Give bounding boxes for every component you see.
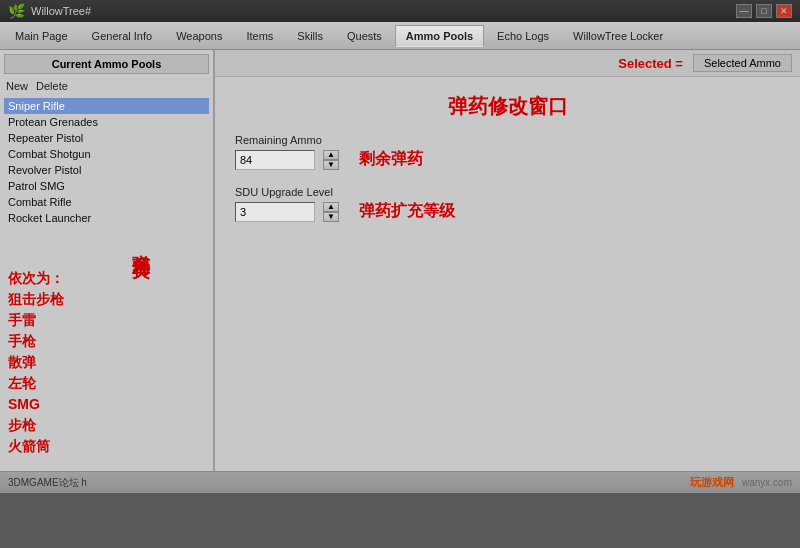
selected-ammo-tab[interactable]: Selected Ammo <box>693 54 792 72</box>
remaining-ammo-up[interactable]: ▲ <box>323 150 339 160</box>
status-left: 3DMGAME论坛 h <box>8 476 87 490</box>
current-ammo-pools-header: Current Ammo Pools <box>4 54 209 74</box>
left-panel: Current Ammo Pools New Delete Sniper Rif… <box>0 50 215 471</box>
right-content: 弹药修改窗口 Remaining Ammo ▲ ▼ 剩余弹药 SDU Upgra… <box>215 77 800 471</box>
watermark-label: 玩游戏网 <box>690 475 734 490</box>
sdu-group: SDU Upgrade Level ▲ ▼ 弹药扩充等级 <box>235 186 780 222</box>
right-sub-header: Selected = Selected Ammo <box>215 50 800 77</box>
sdu-spinner: ▲ ▼ <box>323 202 339 222</box>
list-item[interactable]: Protean Grenades <box>4 114 209 130</box>
list-item[interactable]: Revolver Pistol <box>4 162 209 178</box>
list-item[interactable]: Sniper Rifle <box>4 98 209 114</box>
maximize-button[interactable]: □ <box>756 4 772 18</box>
cn-sdu-annotation: 弹药扩充等级 <box>359 201 455 222</box>
sdu-input[interactable] <box>235 202 315 222</box>
remaining-ammo-row: ▲ ▼ 剩余弹药 <box>235 149 780 170</box>
selected-eq-label: Selected = <box>618 56 683 71</box>
list-item[interactable]: Patrol SMG <box>4 178 209 194</box>
title-bar-left: 🌿 WillowTree# <box>8 3 91 19</box>
site-label: wanyx.com <box>742 477 792 488</box>
remaining-ammo-label: Remaining Ammo <box>235 134 780 146</box>
sdu-row: ▲ ▼ 弹药扩充等级 <box>235 201 780 222</box>
app-logo: 🌿 <box>8 3 25 19</box>
tab-skills[interactable]: Skills <box>286 25 334 47</box>
remaining-ammo-group: Remaining Ammo ▲ ▼ 剩余弹药 <box>235 134 780 170</box>
tab-quests[interactable]: Quests <box>336 25 393 47</box>
remaining-ammo-input[interactable] <box>235 150 315 170</box>
close-button[interactable]: ✕ <box>776 4 792 18</box>
cn-list-annotation: 依次为： 狙击步枪 手雷 手枪 散弹 左轮 SMG 步枪 火箭筒 <box>4 258 209 467</box>
status-bar: 3DMGAME论坛 h 玩游戏网 wanyx.com <box>0 471 800 493</box>
remaining-ammo-spinner: ▲ ▼ <box>323 150 339 170</box>
cn-remaining-annotation: 剩余弹药 <box>359 149 423 170</box>
title-bar: 🌿 WillowTree# — □ ✕ <box>0 0 800 22</box>
new-button[interactable]: New <box>6 80 28 92</box>
sdu-label: SDU Upgrade Level <box>235 186 780 198</box>
remaining-ammo-down[interactable]: ▼ <box>323 160 339 170</box>
tab-weapons[interactable]: Weapons <box>165 25 233 47</box>
tab-main-page[interactable]: Main Page <box>4 25 79 47</box>
tab-items[interactable]: Items <box>235 25 284 47</box>
app-title: WillowTree# <box>31 5 91 17</box>
list-item[interactable]: Combat Shotgun <box>4 146 209 162</box>
sdu-down[interactable]: ▼ <box>323 212 339 222</box>
title-bar-controls: — □ ✕ <box>736 4 792 18</box>
list-item[interactable]: Rocket Launcher <box>4 210 209 226</box>
cn-type-annotation: 弹药种类 <box>124 230 157 258</box>
list-item[interactable]: Combat Rifle <box>4 194 209 210</box>
tab-willowtree-locker[interactable]: WillowTree Locker <box>562 25 674 47</box>
tab-general-info[interactable]: General Info <box>81 25 164 47</box>
list-item[interactable]: Repeater Pistol <box>4 130 209 146</box>
nav-tab-bar: Main Page General Info Weapons Items Ski… <box>0 22 800 50</box>
ammo-list: Sniper Rifle Protean Grenades Repeater P… <box>4 98 209 226</box>
main-content: Current Ammo Pools New Delete Sniper Rif… <box>0 50 800 471</box>
status-right: 玩游戏网 wanyx.com <box>690 475 792 490</box>
minimize-button[interactable]: — <box>736 4 752 18</box>
delete-button[interactable]: Delete <box>36 80 68 92</box>
cn-title-annotation: 弹药修改窗口 <box>235 93 780 120</box>
sdu-up[interactable]: ▲ <box>323 202 339 212</box>
tab-ammo-pools[interactable]: Ammo Pools <box>395 25 484 47</box>
tab-echo-logs[interactable]: Echo Logs <box>486 25 560 47</box>
right-panel: Selected = Selected Ammo 弹药修改窗口 Remainin… <box>215 50 800 471</box>
action-bar: New Delete <box>4 80 209 92</box>
